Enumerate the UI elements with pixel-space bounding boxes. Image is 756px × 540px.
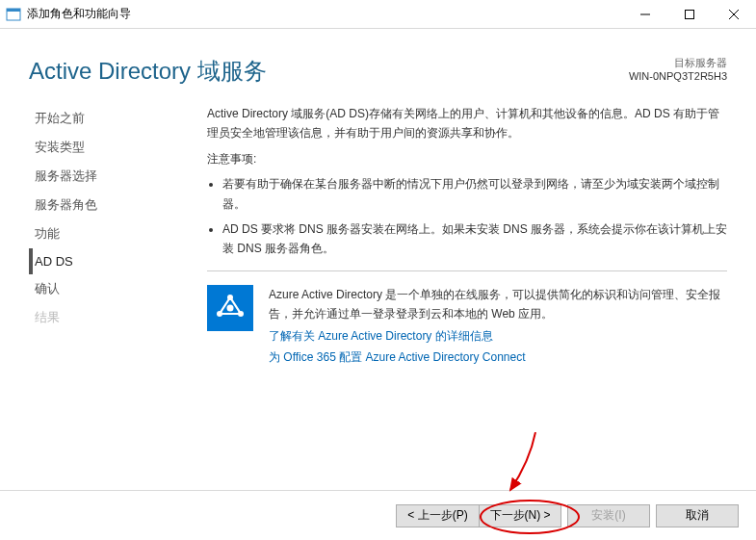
svg-rect-1 bbox=[7, 9, 20, 12]
window-controls bbox=[623, 0, 756, 28]
next-button[interactable]: 下一步(N) > bbox=[479, 504, 561, 527]
app-icon bbox=[6, 7, 21, 22]
cancel-button[interactable]: 取消 bbox=[656, 504, 739, 527]
svg-point-10 bbox=[227, 304, 234, 311]
sidebar-item-server-roles[interactable]: 服务器角色 bbox=[29, 191, 178, 219]
svg-rect-3 bbox=[686, 10, 694, 18]
azure-info-box: Azure Active Directory 是一个单独的在线服务，可以提供简化… bbox=[207, 285, 727, 368]
nav-button-group: < 上一步(P) 下一步(N) > bbox=[396, 504, 561, 527]
footer: < 上一步(P) 下一步(N) > 安装(I) 取消 bbox=[0, 490, 756, 540]
content: Active Directory 域服务(AD DS)存储有关网络上的用户、计算… bbox=[178, 98, 756, 367]
sidebar-item-install-type[interactable]: 安装类型 bbox=[29, 133, 178, 162]
azure-text: Azure Active Directory 是一个单独的在线服务，可以提供简化… bbox=[269, 285, 727, 368]
sidebar-item-adds[interactable]: AD DS bbox=[29, 248, 178, 274]
sidebar-item-server-select[interactable]: 服务器选择 bbox=[29, 162, 178, 191]
titlebar: 添加角色和功能向导 bbox=[0, 0, 756, 29]
divider bbox=[207, 270, 727, 271]
note-item: AD DS 要求将 DNS 服务器安装在网络上。如果未安装 DNS 服务器，系统… bbox=[222, 219, 727, 259]
azure-ad-icon bbox=[207, 285, 253, 331]
page-title: Active Directory 域服务 bbox=[29, 56, 267, 87]
sidebar-item-results: 结果 bbox=[29, 303, 178, 332]
target-server-label: 目标服务器 bbox=[629, 56, 727, 70]
target-server-name: WIN-0NPQ3T2R5H3 bbox=[629, 70, 727, 82]
sidebar-item-features[interactable]: 功能 bbox=[29, 219, 178, 248]
maximize-button[interactable] bbox=[667, 0, 712, 28]
previous-button[interactable]: < 上一步(P) bbox=[396, 504, 479, 527]
intro-text: Active Directory 域服务(AD DS)存储有关网络上的用户、计算… bbox=[207, 104, 727, 143]
window-title: 添加角色和功能向导 bbox=[27, 6, 623, 22]
note-item: 若要有助于确保在某台服务器中断的情况下用户仍然可以登录到网络，请至少为域安装两个… bbox=[222, 174, 727, 214]
close-button[interactable] bbox=[712, 0, 756, 28]
azure-description: Azure Active Directory 是一个单独的在线服务，可以提供简化… bbox=[269, 288, 720, 321]
sidebar-item-confirm[interactable]: 确认 bbox=[29, 274, 178, 303]
notes-list: 若要有助于确保在某台服务器中断的情况下用户仍然可以登录到网络，请至少为域安装两个… bbox=[207, 174, 727, 259]
azure-learn-more-link[interactable]: 了解有关 Azure Active Directory 的详细信息 bbox=[269, 326, 727, 346]
header: Active Directory 域服务 目标服务器 WIN-0NPQ3T2R5… bbox=[0, 29, 756, 98]
notes-heading: 注意事项: bbox=[207, 149, 727, 168]
azure-o365-link[interactable]: 为 Office 365 配置 Azure Active Directory C… bbox=[269, 347, 727, 367]
minimize-button[interactable] bbox=[623, 0, 667, 28]
install-button: 安装(I) bbox=[567, 504, 650, 527]
target-server-info: 目标服务器 WIN-0NPQ3T2R5H3 bbox=[629, 56, 727, 82]
body: 开始之前 安装类型 服务器选择 服务器角色 功能 AD DS 确认 结果 Act… bbox=[0, 98, 756, 367]
sidebar: 开始之前 安装类型 服务器选择 服务器角色 功能 AD DS 确认 结果 bbox=[29, 98, 178, 367]
sidebar-item-before-begin[interactable]: 开始之前 bbox=[29, 104, 178, 133]
